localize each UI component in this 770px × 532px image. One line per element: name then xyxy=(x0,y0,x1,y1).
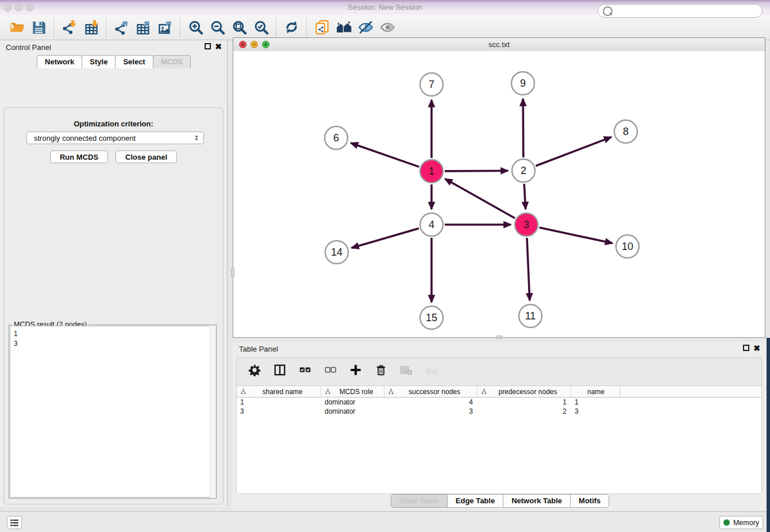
column-type-icon xyxy=(481,388,487,395)
tab-network-table[interactable]: Network Table xyxy=(503,494,571,508)
cell[interactable]: 1 xyxy=(478,398,571,407)
select-all-icon[interactable] xyxy=(295,361,315,379)
tab-motifs[interactable]: Motifs xyxy=(570,494,609,508)
graph-node-8[interactable]: 8 xyxy=(614,120,637,143)
cell[interactable]: 2 xyxy=(478,407,571,416)
graph-edge-1-2[interactable] xyxy=(445,171,508,171)
graph-edge-3-11[interactable] xyxy=(527,238,530,300)
list-menu-button[interactable] xyxy=(7,516,22,529)
column-browser-icon[interactable] xyxy=(270,361,290,379)
graph-edge-2-9[interactable] xyxy=(523,99,523,157)
first-neighbors-icon[interactable] xyxy=(334,18,353,37)
show-all-icon[interactable] xyxy=(378,18,397,37)
graph-node-1[interactable]: 1 xyxy=(420,160,443,183)
add-column-icon[interactable] xyxy=(346,361,365,379)
graph-edge-2-3[interactable] xyxy=(524,184,525,209)
import-table-icon[interactable] xyxy=(81,18,101,37)
export-table-icon[interactable] xyxy=(133,18,153,37)
main-toolbar xyxy=(0,15,770,40)
network-view-titlebar[interactable]: × – + scc.txt xyxy=(233,38,765,52)
search-input[interactable] xyxy=(615,5,762,17)
tab-style[interactable]: Style xyxy=(82,55,116,68)
control-panel-title: Control Panel xyxy=(6,43,51,52)
table-row[interactable]: 3dominator323 xyxy=(237,407,761,416)
graph-node-14[interactable]: 14 xyxy=(325,241,348,264)
hide-selected-icon[interactable] xyxy=(356,18,375,37)
control-panel: Control Panel ✖ NetworkStyleSelectMCDS O… xyxy=(0,40,228,507)
delete-column-icon[interactable] xyxy=(371,361,391,379)
table-panel-tabs: Node TableEdge TableNetwork TableMotifs xyxy=(233,494,767,508)
graph-node-4[interactable]: 4 xyxy=(420,213,443,236)
gear-icon[interactable] xyxy=(245,361,264,379)
splitter-grip-left[interactable] xyxy=(231,268,234,277)
graph-edge-4-14[interactable] xyxy=(352,228,419,248)
deselect-all-icon[interactable] xyxy=(321,361,340,379)
delete-table-icon[interactable] xyxy=(396,361,416,379)
svg-text:11: 11 xyxy=(525,310,536,322)
zoom-out-icon[interactable] xyxy=(207,18,227,37)
graph-node-7[interactable]: 7 xyxy=(420,73,443,96)
cell[interactable]: 3 xyxy=(237,407,321,416)
column-header-shared-name[interactable]: shared name xyxy=(237,386,321,397)
cell[interactable]: 3 xyxy=(384,407,478,416)
control-panel-float-button[interactable] xyxy=(205,43,211,49)
table-toolbar: f(x) xyxy=(237,358,761,382)
column-header-MCDS-role[interactable]: MCDS role xyxy=(321,386,384,397)
export-network-icon[interactable] xyxy=(111,18,131,37)
search-box[interactable] xyxy=(598,4,763,18)
refresh-icon[interactable] xyxy=(282,18,301,37)
zoom-selected-icon[interactable] xyxy=(251,18,271,37)
splitter-grip-bottom[interactable] xyxy=(496,336,502,339)
optimization-criterion-label: Optimization criterion: xyxy=(4,119,223,128)
function-builder-icon[interactable]: f(x) xyxy=(422,361,441,379)
graph-edge-3-1[interactable] xyxy=(445,179,515,218)
table-panel: Table Panel ✖ f(x) shared nameMCDS roles… xyxy=(233,342,767,510)
tab-edge-table[interactable]: Edge Table xyxy=(447,494,503,508)
graph-edge-3-10[interactable] xyxy=(540,228,613,243)
graph-node-6[interactable]: 6 xyxy=(325,126,348,149)
graph-node-11[interactable]: 11 xyxy=(519,304,542,327)
graph-node-3[interactable]: 3 xyxy=(515,213,538,236)
control-panel-tabs: NetworkStyleSelectMCDS xyxy=(0,55,227,68)
tab-node-table[interactable]: Node Table xyxy=(391,494,448,508)
run-mcds-button[interactable]: Run MCDS xyxy=(50,151,108,163)
clone-network-icon[interactable] xyxy=(312,18,332,37)
mcds-result-text[interactable]: 13 xyxy=(10,326,215,498)
memory-button[interactable]: Memory xyxy=(719,516,763,529)
control-panel-close-button[interactable]: ✖ xyxy=(215,43,222,51)
cell[interactable]: 1 xyxy=(237,398,321,407)
cell[interactable]: 4 xyxy=(384,398,478,407)
column-header-name[interactable]: name xyxy=(571,386,620,397)
column-header-successor-nodes[interactable]: successor nodes xyxy=(384,386,478,397)
zoom-fit-icon[interactable] xyxy=(229,18,249,37)
zoom-in-icon[interactable] xyxy=(186,18,205,37)
tab-mcds[interactable]: MCDS xyxy=(153,55,191,68)
graph-node-15[interactable]: 15 xyxy=(420,306,443,329)
cell[interactable]: dominator xyxy=(321,407,384,416)
cell[interactable]: 3 xyxy=(571,407,620,416)
mcds-result-scrollbar[interactable] xyxy=(210,326,215,498)
tab-network[interactable]: Network xyxy=(37,55,82,68)
tab-select[interactable]: Select xyxy=(115,55,153,68)
close-panel-button[interactable]: Close panel xyxy=(116,151,177,163)
svg-text:15: 15 xyxy=(426,312,437,323)
network-canvas[interactable]: 7968124314101511 xyxy=(233,51,765,337)
graph-node-2[interactable]: 2 xyxy=(512,159,535,182)
graph-edge-2-8[interactable] xyxy=(536,137,611,166)
cell[interactable]: dominator xyxy=(321,398,384,407)
export-image-icon[interactable] xyxy=(155,18,175,37)
import-network-icon[interactable] xyxy=(59,18,79,37)
table-panel-float-button[interactable] xyxy=(743,345,749,351)
save-session-icon[interactable] xyxy=(29,18,48,37)
cell[interactable]: 1 xyxy=(571,398,620,407)
table-row[interactable]: 1dominator411 xyxy=(237,398,761,407)
graph-node-9[interactable]: 9 xyxy=(511,72,534,95)
svg-text:f(x): f(x) xyxy=(426,365,438,376)
graph-edge-1-6[interactable] xyxy=(351,143,419,167)
column-header-predecessor-nodes[interactable]: predecessor nodes xyxy=(478,386,571,397)
mcds-panel: Optimization criterion: strongly connect… xyxy=(3,107,224,504)
table-panel-close-button[interactable]: ✖ xyxy=(753,345,760,352)
graph-node-10[interactable]: 10 xyxy=(616,235,639,258)
open-session-icon[interactable] xyxy=(7,18,26,37)
optimization-criterion-select[interactable]: strongly connected component ▲▼ xyxy=(26,132,204,144)
